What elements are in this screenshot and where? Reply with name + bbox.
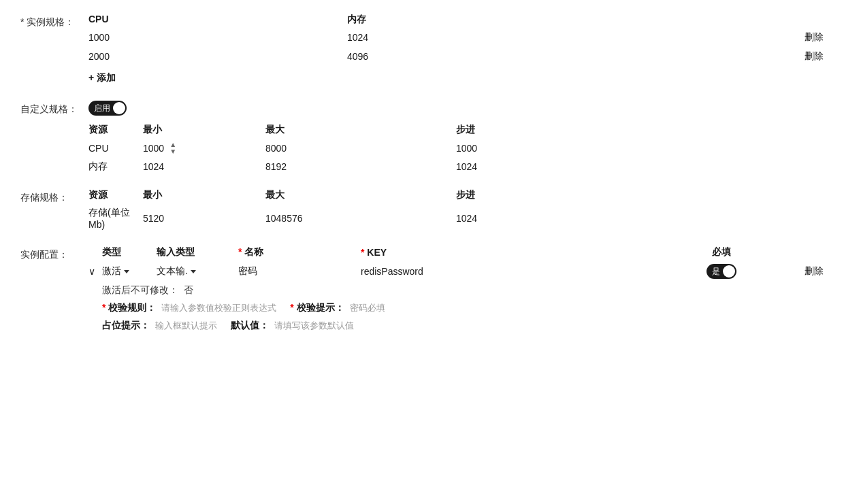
delete-row-1[interactable]: 删除 (803, 50, 824, 63)
config-header-row: 类型 输入类型 * 名称 * KEY 必填 (88, 246, 824, 258)
required-toggle-0[interactable]: 是 (707, 264, 736, 279)
config-row-0: ∨ 激活 文本输. 密码 redisPassword 是 删除 (88, 264, 824, 279)
validation-row-2: 占位提示： 输入框默认提示 默认值： 请填写该参数默认值 (102, 320, 824, 332)
validation-rule-label: * 校验规则： (102, 302, 156, 314)
custom-cpu-resource: CPU (88, 143, 143, 154)
custom-cpu-max: 8000 (265, 143, 456, 154)
storage-row-0: 存储(单位Mb) 5120 1048576 1024 (88, 207, 824, 230)
storage-step-0: 1024 (456, 213, 824, 224)
storage-header-step: 步进 (456, 189, 824, 201)
after-activate-row: 激活后不可修改： 否 (102, 284, 824, 297)
storage-header-min: 最小 (143, 189, 265, 201)
validation-rule-input: 请输入参数值校验正则表达式 (161, 302, 276, 314)
config-input-0[interactable]: 文本输. (157, 265, 238, 278)
cpu-spinner[interactable]: ▲▼ (169, 141, 176, 155)
config-header-name: * 名称 (238, 246, 361, 258)
instance-config-content: 类型 输入类型 * 名称 * KEY 必填 ∨ 激活 文本输. (88, 246, 824, 337)
validation-hint-value: 密码必填 (350, 302, 385, 314)
config-header-required: 必填 (660, 246, 783, 258)
instance-config-section: 实例配置： 类型 输入类型 * 名称 * KEY 必填 ∨ 激活 (20, 246, 824, 337)
type-dropdown-arrow (124, 270, 129, 273)
config-key-0: redisPassword (361, 266, 660, 277)
validation-hint-label: * 校验提示： (290, 302, 344, 314)
custom-spec-section: 自定义规格： 启用 资源 最小 最大 步进 CPU 1000 ▲▼ 8000 1… (20, 101, 824, 178)
storage-resource-header: 资源 最小 最大 步进 (88, 189, 824, 201)
custom-mem-row: 内存 1024 8192 1024 (88, 161, 824, 173)
validation-placeholder-value: 输入框默认提示 (155, 320, 217, 332)
cpu-val-1: 2000 (88, 51, 347, 62)
spec-header-row: CPU 内存 (88, 14, 824, 26)
validation-placeholder-group: 占位提示： 输入框默认提示 (102, 320, 217, 332)
custom-cpu-row: CPU 1000 ▲▼ 8000 1000 (88, 141, 824, 155)
instance-config-label: 实例配置： (20, 246, 88, 261)
config-header-input: 输入类型 (157, 246, 238, 258)
add-spec-button[interactable]: + 添加 (88, 72, 116, 84)
mem-val-1: 4096 (347, 51, 803, 62)
required-toggle-knob (723, 265, 735, 278)
storage-min-0: 5120 (143, 213, 265, 224)
storage-spec-content: 资源 最小 最大 步进 存储(单位Mb) 5120 1048576 1024 (88, 189, 824, 235)
validation-default-placeholder: 请填写该参数默认值 (274, 320, 354, 332)
storage-spec-label: 存储规格： (20, 189, 88, 204)
custom-spec-toggle[interactable]: 启用 (88, 101, 127, 116)
validation-placeholder-label: 占位提示： (102, 320, 150, 332)
instance-spec-content: CPU 内存 1000 1024 删除 2000 4096 删除 + 添加 (88, 14, 824, 95)
custom-cpu-step: 1000 (456, 143, 824, 154)
config-required-0: 是 (660, 264, 783, 279)
mem-header: 内存 (347, 14, 824, 26)
cpu-header: CPU (88, 14, 347, 26)
res-header-resource: 资源 (88, 124, 143, 136)
mem-val-0: 1024 (347, 32, 803, 43)
validation-hint-group: * 校验提示： 密码必填 (290, 302, 385, 314)
storage-header-resource: 资源 (88, 189, 143, 201)
custom-mem-max: 8192 (265, 161, 456, 172)
res-header-max: 最大 (265, 124, 456, 136)
config-header-key: * KEY (361, 247, 660, 258)
storage-resource-0: 存储(单位Mb) (88, 207, 143, 230)
custom-mem-resource: 内存 (88, 161, 143, 173)
expanded-section-0: 激活后不可修改： 否 * 校验规则： 请输入参数值校验正则表达式 * 校验提示： (102, 284, 824, 332)
validation-default-group: 默认值： 请填写该参数默认值 (231, 320, 354, 332)
custom-resource-header: 资源 最小 最大 步进 (88, 124, 824, 136)
instance-spec-label: * 实例规格： (20, 14, 88, 29)
config-name-0: 密码 (238, 265, 361, 278)
config-type-0[interactable]: 激活 (102, 265, 157, 278)
toggle-knob (113, 102, 125, 114)
input-dropdown-arrow (191, 270, 196, 273)
custom-mem-min: 1024 (143, 161, 265, 172)
res-header-min: 最小 (143, 124, 265, 136)
config-header-type: 类型 (102, 246, 157, 258)
storage-header-max: 最大 (265, 189, 456, 201)
storage-spec-section: 存储规格： 资源 最小 最大 步进 存储(单位Mb) 5120 1048576 … (20, 189, 824, 235)
cpu-val-0: 1000 (88, 32, 347, 43)
custom-mem-step: 1024 (456, 161, 824, 172)
spec-row-1: 2000 4096 删除 (88, 50, 824, 63)
custom-cpu-min: 1000 ▲▼ (143, 141, 265, 155)
spec-row-0: 1000 1024 删除 (88, 31, 824, 44)
expand-icon-0[interactable]: ∨ (88, 266, 102, 277)
storage-max-0: 1048576 (265, 213, 456, 224)
res-header-step: 步进 (456, 124, 824, 136)
custom-spec-label: 自定义规格： (20, 101, 88, 116)
validation-row-1: * 校验规则： 请输入参数值校验正则表达式 * 校验提示： 密码必填 (102, 302, 824, 314)
validation-rule-group: * 校验规则： 请输入参数值校验正则表达式 (102, 302, 276, 314)
toggle-label: 启用 (94, 103, 110, 114)
delete-config-0[interactable]: 删除 (783, 265, 824, 278)
after-activate-label: 激活后不可修改： (102, 284, 184, 297)
custom-spec-content: 启用 资源 最小 最大 步进 CPU 1000 ▲▼ 8000 1000 内存 … (88, 101, 824, 178)
after-activate-value: 否 (184, 284, 193, 297)
instance-spec-section: * 实例规格： CPU 内存 1000 1024 删除 2000 4096 删除… (20, 14, 824, 95)
required-toggle-label: 是 (712, 266, 720, 278)
validation-default-label: 默认值： (231, 320, 269, 332)
delete-row-0[interactable]: 删除 (803, 31, 824, 44)
